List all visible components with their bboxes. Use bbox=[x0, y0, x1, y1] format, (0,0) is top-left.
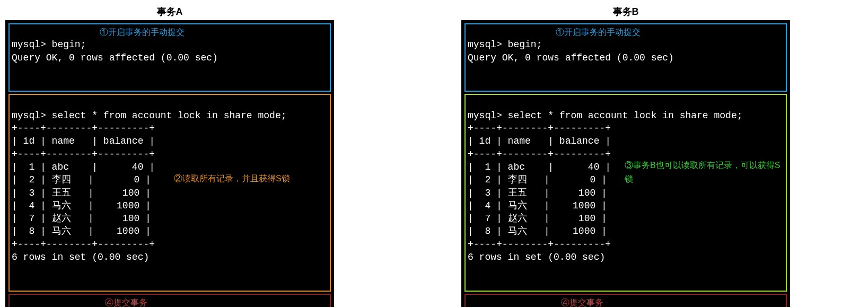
table-row: | 8 | 马六 | 1000 | bbox=[468, 226, 607, 236]
diagram-container: 事务A mysql> begin; Query OK, 0 rows affec… bbox=[5, 5, 863, 307]
select-cmd-b: mysql> select * from account lock in sha… bbox=[468, 110, 742, 121]
begin-cmd-b: mysql> begin; bbox=[468, 39, 542, 50]
terminal-a: mysql> begin; Query OK, 0 rows affected … bbox=[5, 20, 334, 307]
table-row: | 4 | 马六 | 1000 | bbox=[468, 200, 607, 211]
select-sep-b1: +----+--------+---------+ bbox=[468, 123, 611, 134]
select-annot-a: ②读取所有记录，并且获得S锁 bbox=[174, 172, 290, 186]
commit-annot-b: ④提交事务 bbox=[561, 296, 603, 307]
transaction-b-title: 事务B bbox=[461, 5, 790, 18]
begin-cmd-a: mysql> begin; bbox=[12, 39, 86, 50]
begin-block-b: mysql> begin; Query OK, 0 rows affected … bbox=[464, 23, 787, 92]
table-row: | 8 | 马六 | 1000 | bbox=[12, 226, 151, 236]
table-row: | 7 | 赵六 | 100 | bbox=[468, 213, 607, 224]
transaction-a-title: 事务A bbox=[5, 5, 334, 18]
table-row: | 2 | 李四 | 0 | bbox=[12, 174, 151, 185]
table-row: | 3 | 王五 | 100 | bbox=[12, 188, 151, 198]
transaction-a: 事务A mysql> begin; Query OK, 0 rows affec… bbox=[5, 5, 334, 307]
begin-annot-a: ①开启事务的手动提交 bbox=[100, 25, 185, 39]
table-row: | 3 | 王五 | 100 | bbox=[468, 188, 607, 198]
begin-result-a: Query OK, 0 rows affected (0.00 sec) bbox=[12, 52, 218, 63]
transaction-b: 事务B mysql> begin; Query OK, 0 rows affec… bbox=[461, 5, 790, 307]
table-row: | 2 | 李四 | 0 | bbox=[468, 174, 607, 185]
select-cmd-a: mysql> select * from account lock in sha… bbox=[12, 110, 286, 121]
select-annot-b: ③事务B也可以读取所有记录，可以获得S锁 bbox=[625, 159, 784, 186]
commit-block-a: mysql> commit; Query OK, 0 rows affected… bbox=[8, 294, 331, 307]
commit-block-b: mysql> commit; Query OK, 0 rows affected… bbox=[464, 294, 787, 307]
table-row: | 1 | abc | 40 | bbox=[12, 162, 155, 172]
select-sep-a1: +----+--------+---------+ bbox=[12, 123, 155, 134]
table-row: | 1 | abc | 40 | bbox=[468, 162, 611, 172]
select-sep-a3: +----+--------+---------+ bbox=[12, 239, 155, 250]
select-header-a: | id | name | balance | bbox=[12, 136, 155, 146]
select-footer-a: 6 rows in set (0.00 sec) bbox=[12, 252, 149, 262]
begin-result-b: Query OK, 0 rows affected (0.00 sec) bbox=[468, 52, 674, 63]
begin-block-a: mysql> begin; Query OK, 0 rows affected … bbox=[8, 23, 331, 92]
table-row: | 7 | 赵六 | 100 | bbox=[12, 213, 151, 224]
select-header-b: | id | name | balance | bbox=[468, 136, 611, 146]
select-block-b: mysql> select * from account lock in sha… bbox=[464, 94, 787, 291]
select-sep-b3: +----+--------+---------+ bbox=[468, 239, 611, 250]
table-row: | 4 | 马六 | 1000 | bbox=[12, 200, 151, 211]
select-sep-b2: +----+--------+---------+ bbox=[468, 149, 611, 160]
terminal-b: mysql> begin; Query OK, 0 rows affected … bbox=[461, 20, 790, 307]
select-block-a: mysql> select * from account lock in sha… bbox=[8, 94, 331, 291]
select-footer-b: 6 rows in set (0.00 sec) bbox=[468, 252, 605, 262]
commit-annot-a: ④提交事务 bbox=[105, 296, 147, 307]
select-sep-a2: +----+--------+---------+ bbox=[12, 149, 155, 160]
begin-annot-b: ①开启事务的手动提交 bbox=[556, 25, 641, 39]
